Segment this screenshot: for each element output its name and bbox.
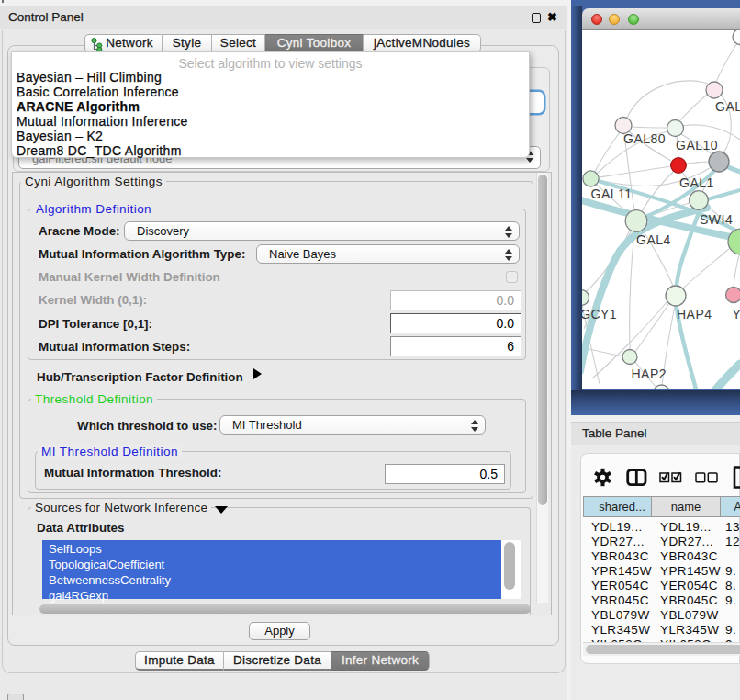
svg-text:GAL10: GAL10	[676, 138, 718, 152]
svg-text:GAL1: GAL1	[679, 175, 714, 190]
svg-text:SWI4: SWI4	[700, 212, 733, 227]
svg-text:GAL4: GAL4	[636, 232, 671, 247]
svg-text:GAL80: GAL80	[623, 131, 666, 146]
svg-text:HAP2: HAP2	[632, 367, 667, 381]
svg-text:GAL2: GAL2	[715, 99, 740, 114]
svg-text:GCY1: GCY1	[582, 307, 617, 322]
svg-text:HAP4: HAP4	[677, 307, 712, 322]
svg-text:Y: Y	[733, 307, 740, 322]
svg-text:GAL11: GAL11	[591, 186, 633, 201]
